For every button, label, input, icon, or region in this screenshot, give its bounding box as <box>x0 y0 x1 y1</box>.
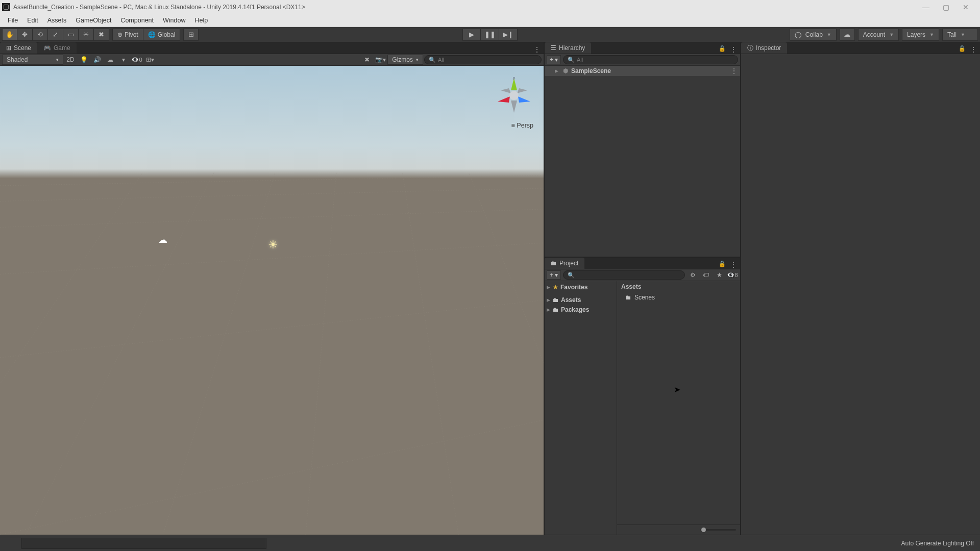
2d-toggle[interactable]: 2D <box>64 55 77 65</box>
favorites-row[interactable]: ▶★Favorites <box>545 282 617 292</box>
layout-dropdown[interactable]: Tall▼ <box>942 29 978 41</box>
hierarchy-content[interactable]: ▶ ⬢ SampleScene ⋮ <box>545 66 740 257</box>
light-gizmo-icon[interactable]: ☀ <box>268 238 278 252</box>
layers-dropdown[interactable]: Layers▼ <box>902 29 939 41</box>
tab-hierarchy[interactable]: ☰Hierarchy <box>545 42 591 54</box>
fx-dropdown-icon[interactable]: ▾ <box>117 55 130 65</box>
svg-point-18 <box>509 91 519 100</box>
minimize-button[interactable]: — <box>922 3 929 11</box>
cloud-button[interactable]: ☁ <box>840 29 855 41</box>
game-icon: 🎮 <box>43 44 51 52</box>
tab-scene[interactable]: ⊞Scene <box>0 42 37 54</box>
hierarchy-search[interactable]: 🔍All <box>563 55 738 64</box>
project-search[interactable]: 🔍 <box>563 270 685 280</box>
menu-assets[interactable]: Assets <box>43 15 71 26</box>
menu-gameobject[interactable]: GameObject <box>71 15 116 26</box>
camera-settings-icon[interactable]: 📷▾ <box>374 55 386 65</box>
save-search-icon[interactable]: ★ <box>714 270 725 280</box>
menu-window[interactable]: Window <box>158 15 190 26</box>
packages-row[interactable]: ▶🖿Packages <box>545 305 617 314</box>
inspector-tabs: ⓘInspector 🔓⋮ <box>741 42 980 54</box>
filter-by-type-icon[interactable]: ⚙ <box>687 270 698 280</box>
lighting-toggle-icon[interactable]: 💡 <box>78 55 90 65</box>
play-button[interactable]: ▶ <box>462 29 481 41</box>
shading-mode-dropdown[interactable]: Shaded▾ <box>2 55 63 65</box>
gizmos-dropdown[interactable]: Gizmos▾ <box>387 55 423 65</box>
lock-icon[interactable]: 🔓 <box>719 261 726 269</box>
tab-inspector[interactable]: ⓘInspector <box>741 42 787 54</box>
audio-toggle-icon[interactable]: 🔊 <box>91 55 103 65</box>
expand-icon[interactable]: ▶ <box>555 68 560 73</box>
rotate-tool-button[interactable]: ⟲ <box>33 29 48 41</box>
scene-tabs: ⊞Scene 🎮Game ⋮ <box>0 42 544 54</box>
svg-line-10 <box>403 172 459 535</box>
star-icon: ★ <box>553 284 558 291</box>
folder-icon: 🖿 <box>551 260 557 267</box>
tools-icon[interactable]: ✖ <box>361 55 373 65</box>
svg-line-8 <box>163 172 275 535</box>
thumbnail-size-slider[interactable] <box>617 524 740 535</box>
svg-line-11 <box>469 172 544 535</box>
grid-toggle-icon[interactable]: ⊞▾ <box>144 55 156 65</box>
hierarchy-menu-icon[interactable]: ⋮ <box>730 45 737 54</box>
lock-icon[interactable]: 🔓 <box>719 45 726 54</box>
search-icon: 🔍 <box>568 57 575 63</box>
transform-tool-button[interactable]: ✳ <box>79 29 94 41</box>
svg-marker-16 <box>501 88 511 93</box>
svg-line-2 <box>0 209 544 228</box>
project-add-button[interactable]: + ▾ <box>547 270 561 280</box>
maximize-button[interactable]: ▢ <box>943 3 949 11</box>
move-tool-button[interactable]: ✥ <box>17 29 33 41</box>
fx-toggle-icon[interactable]: ☁ <box>104 55 116 65</box>
tab-project[interactable]: 🖿Project <box>545 258 584 269</box>
pivot-toggle[interactable]: ⊕Pivot <box>112 29 143 41</box>
hidden-objects-icon[interactable]: 👁‍🗨0 <box>131 55 143 65</box>
svg-line-5 <box>0 420 544 535</box>
filter-by-label-icon[interactable]: 🏷 <box>700 270 712 280</box>
scene-name-label: SampleScene <box>571 67 611 74</box>
scene-icon: ⊞ <box>6 44 11 52</box>
svg-line-0 <box>0 175 544 185</box>
hand-tool-button[interactable]: ✋ <box>2 29 17 41</box>
scene-viewport[interactable]: ☁ ☀ y ≡ Persp <box>0 66 544 535</box>
scene-toolbar: Shaded▾ 2D 💡 🔊 ☁ ▾ 👁‍🗨0 ⊞▾ ✖ 📷▾ Gizmos▾ … <box>0 54 544 66</box>
close-button[interactable]: ✕ <box>963 3 969 11</box>
asset-item-scenes[interactable]: 🖿Scenes <box>620 292 737 302</box>
snap-toggle[interactable]: ⊞ <box>183 29 199 41</box>
pause-button[interactable]: ❚❚ <box>481 29 499 41</box>
menu-edit[interactable]: Edit <box>22 15 43 26</box>
menu-component[interactable]: Component <box>116 15 158 26</box>
project-tree[interactable]: ▶★Favorites ▶🖿Assets ▶🖿Packages <box>545 281 617 535</box>
menu-file[interactable]: File <box>3 15 22 26</box>
global-toggle[interactable]: 🌐Global <box>143 29 181 41</box>
hidden-packages-icon[interactable]: 👁‍🗨8 <box>727 270 738 280</box>
svg-marker-13 <box>498 96 510 103</box>
project-menu-icon[interactable]: ⋮ <box>730 261 737 269</box>
project-content[interactable]: Assets 🖿Scenes <box>617 281 740 535</box>
menu-help[interactable]: Help <box>190 15 212 26</box>
camera-gizmo-icon[interactable]: ☁ <box>158 234 167 245</box>
assets-row[interactable]: ▶🖿Assets <box>545 295 617 305</box>
scene-tabs-menu-icon[interactable]: ⋮ <box>533 45 541 54</box>
rect-tool-button[interactable]: ▭ <box>63 29 79 41</box>
custom-tool-button[interactable]: ✖ <box>94 29 109 41</box>
console-preview[interactable] <box>21 538 266 549</box>
tab-game[interactable]: 🎮Game <box>37 42 77 54</box>
step-button[interactable]: ▶❙ <box>499 29 518 41</box>
projection-label[interactable]: ≡ Persp <box>511 122 533 129</box>
hierarchy-row-menu-icon[interactable]: ⋮ <box>731 67 740 74</box>
account-dropdown[interactable]: Account▼ <box>858 29 899 41</box>
lock-icon[interactable]: 🔓 <box>959 45 966 54</box>
orientation-gizmo[interactable]: y <box>494 75 534 116</box>
inspector-menu-icon[interactable]: ⋮ <box>970 45 977 54</box>
project-breadcrumb[interactable]: Assets <box>617 281 740 292</box>
collab-dropdown[interactable]: ◯Collab▼ <box>790 29 837 41</box>
hierarchy-scene-row[interactable]: ▶ ⬢ SampleScene ⋮ <box>545 66 740 76</box>
project-toolbar: + ▾ 🔍 ⚙ 🏷 ★ 👁‍🗨8 <box>545 269 740 281</box>
hierarchy-add-button[interactable]: + ▾ <box>547 55 561 64</box>
scene-search[interactable]: 🔍All <box>424 55 542 64</box>
hierarchy-icon: ☰ <box>551 44 556 52</box>
globe-icon: 🌐 <box>148 31 156 38</box>
scale-tool-button[interactable]: ⤢ <box>48 29 63 41</box>
lighting-status[interactable]: Auto Generate Lighting Off <box>901 540 974 547</box>
